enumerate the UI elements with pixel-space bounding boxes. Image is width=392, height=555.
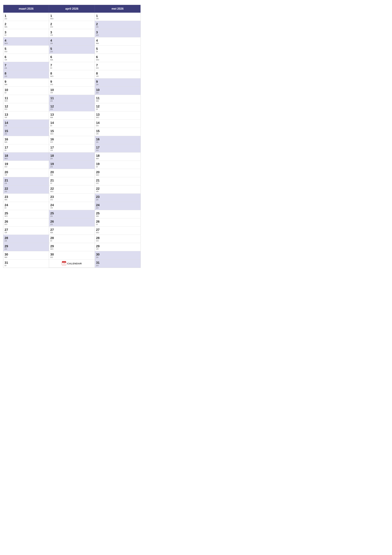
day-number-2-8: 9 xyxy=(96,80,139,84)
day-abbr-0-28: ZO xyxy=(5,248,48,250)
day-abbr-0-4: DO xyxy=(5,51,48,52)
day-row-1-25: 26ZO xyxy=(49,218,94,226)
day-number-1-23: 24 xyxy=(50,203,93,207)
day-row-0-2: 3DI xyxy=(3,29,49,37)
day-abbr-2-18: DI xyxy=(96,166,139,168)
day-row-1-12: 13MA xyxy=(49,111,94,120)
month-header-0: maart 2026 xyxy=(3,5,49,13)
day-abbr-0-9: DI xyxy=(5,92,48,94)
day-abbr-2-2: ZO xyxy=(96,34,139,36)
day-abbr-1-29: DO xyxy=(50,256,93,258)
day-number-1-0: 1 xyxy=(50,14,93,18)
day-abbr-1-21: WO xyxy=(50,190,93,192)
day-row-2-10: 11MA xyxy=(95,95,141,103)
day-row-2-29: 30ZA xyxy=(95,251,141,259)
day-row-2-21: 22VR xyxy=(95,185,141,194)
day-row-0-15: 16MA xyxy=(3,136,49,144)
day-abbr-0-19: VR xyxy=(5,174,48,176)
day-number-2-3: 4 xyxy=(96,39,139,42)
day-number-0-6: 7 xyxy=(5,63,48,67)
day-number-1-15: 16 xyxy=(50,137,93,141)
day-number-2-11: 12 xyxy=(96,104,139,108)
day-abbr-0-15: MA xyxy=(5,141,48,143)
day-abbr-0-26: VR xyxy=(5,232,48,234)
day-row-2-3: 4MA xyxy=(95,37,141,45)
day-abbr-0-25: DO xyxy=(5,223,48,225)
day-number-0-24: 25 xyxy=(5,211,48,215)
day-abbr-0-29: MA xyxy=(5,256,48,258)
day-abbr-1-0: WO xyxy=(50,18,93,20)
day-row-1-6: 7DI xyxy=(49,62,94,70)
day-number-2-15: 16 xyxy=(96,137,139,141)
day-number-0-29: 30 xyxy=(5,253,48,256)
day-row-0-28: 29ZO xyxy=(3,243,49,251)
day-number-2-2: 3 xyxy=(96,30,139,34)
day-number-2-5: 6 xyxy=(96,55,139,59)
day-row-2-22: 23ZA xyxy=(95,194,141,202)
day-abbr-1-8: DO xyxy=(50,84,93,85)
day-abbr-0-12: VR xyxy=(5,117,48,118)
day-number-0-12: 13 xyxy=(5,113,48,117)
day-number-1-5: 6 xyxy=(50,55,93,59)
day-number-1-9: 10 xyxy=(50,88,93,92)
day-number-0-2: 3 xyxy=(5,30,48,34)
day-number-1-29: 30 xyxy=(50,253,93,256)
day-number-1-21: 22 xyxy=(50,187,93,190)
day-row-1-4: 5ZO xyxy=(49,45,94,54)
day-number-1-11: 12 xyxy=(50,104,93,108)
day-number-2-29: 30 xyxy=(96,253,139,256)
day-number-0-9: 10 xyxy=(5,88,48,92)
day-number-0-30: 31 xyxy=(5,261,48,264)
days-col-2: 1VR2ZA3ZO4MA5DI6WO7DO8VR9ZA10ZO11MA12DI1… xyxy=(95,13,141,268)
day-abbr-0-5: VR xyxy=(5,59,48,61)
day-row-0-19: 20VR xyxy=(3,169,49,177)
day-abbr-2-13: DO xyxy=(96,125,139,127)
day-abbr-0-8: MA xyxy=(5,84,48,85)
day-row-2-13: 14DO xyxy=(95,120,141,128)
day-row-0-12: 13VR xyxy=(3,111,49,120)
day-abbr-2-7: VR xyxy=(96,75,139,77)
svg-rect-3 xyxy=(62,261,66,263)
day-number-0-4: 5 xyxy=(5,47,48,51)
day-row-1-16: 17VR xyxy=(49,144,94,153)
day-number-0-20: 21 xyxy=(5,178,48,182)
day-number-1-22: 23 xyxy=(50,195,93,199)
day-abbr-1-27: DI xyxy=(50,240,93,242)
day-number-0-16: 17 xyxy=(5,146,48,149)
day-row-1-19: 20MA xyxy=(49,169,94,177)
day-abbr-1-12: MA xyxy=(50,117,93,118)
day-abbr-1-4: ZO xyxy=(50,51,93,52)
day-number-1-24: 25 xyxy=(50,211,93,215)
day-abbr-0-11: DO xyxy=(5,108,48,110)
day-abbr-2-26: WO xyxy=(96,232,139,234)
day-abbr-1-20: DI xyxy=(50,182,93,184)
day-abbr-1-9: VR xyxy=(50,92,93,94)
day-abbr-2-5: WO xyxy=(96,59,139,61)
day-number-0-28: 29 xyxy=(5,244,48,248)
day-number-2-6: 7 xyxy=(96,63,139,67)
day-number-1-26: 27 xyxy=(50,228,93,232)
day-abbr-0-24: WO xyxy=(5,215,48,217)
day-row-0-29: 30MA xyxy=(3,251,49,259)
day-number-2-0: 1 xyxy=(96,14,139,18)
day-row-0-8: 9MA xyxy=(3,79,49,87)
day-row-1-11: 12ZO xyxy=(49,103,94,111)
day-abbr-2-14: VR xyxy=(96,133,139,135)
day-number-0-7: 8 xyxy=(5,72,48,75)
day-abbr-2-1: ZA xyxy=(96,26,139,28)
day-abbr-0-10: WO xyxy=(5,100,48,102)
day-row-2-20: 21DO xyxy=(95,177,141,185)
day-abbr-1-5: MA xyxy=(50,59,93,61)
day-row-2-24: 25MA xyxy=(95,210,141,218)
day-row-0-20: 21ZA xyxy=(3,177,49,185)
day-row-2-7: 8VR xyxy=(95,70,141,79)
day-number-1-17: 18 xyxy=(50,154,93,158)
day-abbr-0-18: DO xyxy=(5,166,48,168)
calendar-grid: maart 2026april 2026mei 20261ZO2MA3DI4WO… xyxy=(3,5,141,268)
day-number-2-19: 20 xyxy=(96,170,139,174)
day-row-0-1: 2MA xyxy=(3,21,49,29)
day-row-2-23: 24ZO xyxy=(95,202,141,210)
calendar-icon: 7 xyxy=(62,261,66,266)
day-row-0-21: 22ZO xyxy=(3,185,49,194)
day-row-0-14: 15ZO xyxy=(3,128,49,136)
